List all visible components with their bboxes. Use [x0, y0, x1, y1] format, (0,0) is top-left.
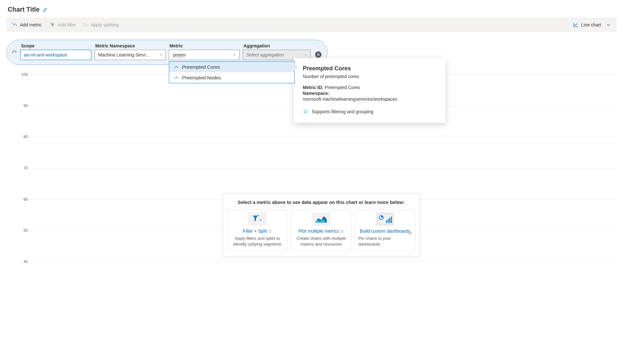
chart-toolbar: Add metric Add filter Apply splitting	[6, 18, 617, 32]
learn-header: Select a metric above to see data appear…	[227, 200, 415, 205]
namespace-value: Machine Learning Servi...	[98, 52, 149, 57]
chevron-down-icon	[233, 53, 237, 57]
filter-split-thumb-icon	[248, 212, 267, 226]
external-link-icon	[340, 229, 344, 233]
metric-option-label: Preempted Nodes	[182, 75, 221, 80]
dashboard-thumb-icon	[376, 212, 394, 226]
scope-label: Scope	[20, 43, 91, 48]
tooltip-namespace-label: Namespace:	[303, 91, 330, 96]
grouping-icon	[303, 109, 309, 115]
chart-gridline	[24, 262, 617, 262]
svg-point-21	[304, 112, 305, 113]
svg-rect-27	[388, 219, 389, 223]
tooltip-metric-id-label: Metric ID:	[303, 85, 323, 90]
svg-point-19	[305, 110, 306, 111]
add-filter-button[interactable]: Add filter	[46, 20, 79, 30]
metric-option-preempted-nodes[interactable]: Preempted Nodes	[169, 72, 294, 83]
external-link-icon	[408, 232, 412, 235]
tooltip-namespace-value: microsoft.machinelearningservices/worksp…	[303, 96, 436, 102]
add-filter-label: Add filter	[58, 22, 76, 27]
learn-more-panel: Select a metric above to see data appear…	[223, 194, 420, 257]
apply-splitting-button[interactable]: Apply splitting	[79, 20, 122, 30]
external-link-icon	[268, 229, 272, 233]
toolbar-separator	[46, 21, 46, 28]
plot-multiple-thumb-icon	[312, 212, 331, 226]
tooltip-supports-text: Supports filtering and grouping	[312, 109, 373, 114]
metric-config-pill: Scope aa-ml-aml-workspace Metric Namespa…	[6, 40, 328, 65]
svg-point-22	[305, 112, 306, 113]
add-metric-button[interactable]: Add metric	[8, 20, 45, 30]
namespace-field: Metric Namespace Machine Learning Servi.…	[95, 43, 166, 60]
add-metric-icon	[12, 22, 17, 28]
aggregation-placeholder: Select aggregation	[246, 52, 284, 57]
namespace-selector[interactable]: Machine Learning Servi...	[95, 50, 166, 60]
aggregation-label: Aggregation	[243, 43, 311, 48]
metric-option-preempted-cores[interactable]: Preempted Cores	[169, 62, 294, 72]
chevron-down-icon	[304, 53, 308, 57]
chevron-down-icon	[159, 53, 163, 57]
metric-dropdown: Preempted Cores Preempted Nodes	[169, 61, 295, 83]
svg-point-3	[84, 24, 84, 24]
chart-gridline	[24, 168, 617, 168]
metric-field: Metric Preempted Cores	[169, 43, 240, 60]
tooltip-metric-id-row: Metric ID: Preempted Cores	[303, 85, 436, 90]
svg-point-7	[85, 25, 86, 25]
add-metric-label: Add metric	[20, 22, 42, 27]
tooltip-namespace-label-row: Namespace:	[303, 91, 436, 96]
chart-y-tick-label: 60	[19, 197, 28, 202]
filter-icon	[50, 22, 56, 28]
namespace-label: Metric Namespace	[95, 43, 166, 48]
learn-card-desc: Create charts with multiple metrics and …	[294, 236, 348, 247]
chart-type-selector[interactable]: Line chart	[570, 20, 615, 30]
metric-option-icon	[174, 75, 179, 80]
svg-rect-29	[391, 217, 392, 223]
metric-label: Metric	[169, 43, 240, 48]
svg-point-5	[87, 24, 87, 25]
learn-card-filter-split[interactable]: Filter + Split Apply filters and splits …	[227, 209, 288, 251]
chart-type-label: Line chart	[581, 22, 601, 27]
svg-point-4	[85, 23, 86, 24]
learn-card-plot-multiple[interactable]: Plot multiple metrics Create charts with…	[291, 209, 352, 251]
learn-card-title: Plot multiple metrics	[299, 228, 344, 234]
chart-title: Chart Title	[8, 6, 40, 13]
svg-rect-28	[389, 218, 390, 223]
remove-metric-button[interactable]: ✕	[315, 51, 322, 58]
scope-selector[interactable]: aa-ml-aml-workspace	[20, 50, 91, 60]
chart-y-tick-label: 90	[19, 104, 28, 108]
chart-gridline	[24, 137, 617, 137]
chart-y-tick-label: 100	[19, 72, 28, 77]
scope-value: aa-ml-aml-workspace	[24, 52, 67, 57]
close-icon: ✕	[317, 53, 320, 57]
svg-point-23	[307, 113, 308, 114]
learn-card-desc: Apply filters and splits to identify out…	[230, 236, 284, 247]
chart-title-row: Chart Title	[8, 6, 617, 13]
tooltip-supports-row: Supports filtering and grouping	[303, 109, 436, 115]
metric-option-icon	[174, 65, 179, 70]
learn-card-title: Build custom dashboards	[360, 228, 410, 234]
apply-splitting-label: Apply splitting	[91, 22, 118, 27]
chart-y-tick-label: 40	[19, 259, 28, 264]
tooltip-subtitle: Number of preempted cores	[303, 74, 436, 79]
chevron-down-icon	[606, 22, 611, 28]
metric-tooltip-panel: Preempted Cores Number of preempted core…	[294, 58, 445, 123]
splitting-icon	[82, 22, 88, 28]
tooltip-metric-id-value: Preempted Cores	[325, 85, 360, 90]
svg-point-6	[84, 25, 84, 26]
chart-y-tick-label: 50	[19, 228, 28, 233]
svg-point-18	[304, 110, 305, 111]
metric-input-box[interactable]	[169, 50, 240, 60]
edit-title-icon[interactable]	[42, 7, 48, 13]
metric-search-input[interactable]	[172, 52, 230, 58]
svg-point-20	[307, 111, 308, 112]
learn-card-desc: Pin charts to your dashboards	[358, 236, 412, 247]
chart-y-tick-label: 80	[19, 135, 28, 139]
aggregation-field: Aggregation Select aggregation	[243, 43, 311, 60]
chart-y-tick-label: 70	[19, 166, 28, 170]
metric-series-icon	[11, 49, 17, 55]
svg-point-8	[87, 26, 87, 26]
scope-field: Scope aa-ml-aml-workspace	[20, 43, 91, 60]
learn-card-build-dashboards[interactable]: Build custom dashboards Pin charts to yo…	[355, 209, 415, 251]
learn-card-title: Filter + Split	[243, 228, 271, 234]
line-chart-icon	[573, 22, 579, 28]
tooltip-title: Preempted Cores	[303, 65, 436, 72]
